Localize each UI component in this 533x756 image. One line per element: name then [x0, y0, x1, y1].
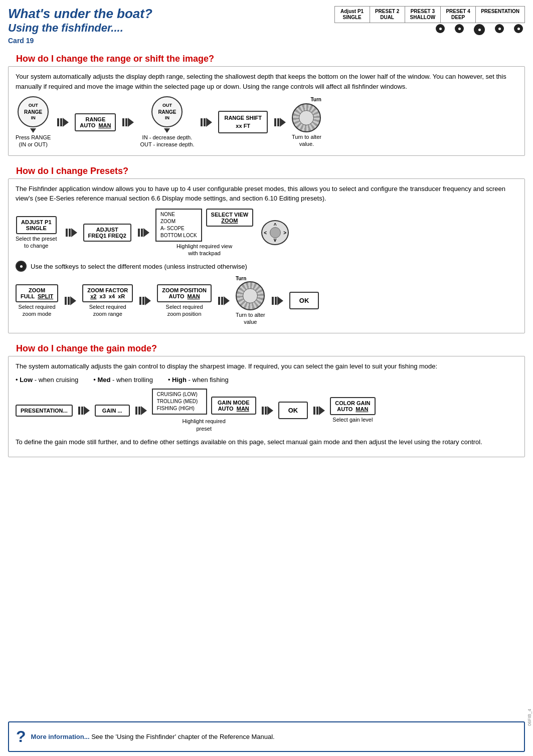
section2-body: The Fishfinder application window allows… — [16, 184, 517, 204]
gain-label: GAIN ... — [100, 408, 125, 414]
color-gain-line2: AUTO MAN — [335, 406, 370, 412]
arrow4 — [274, 118, 286, 127]
dot-5 — [514, 24, 523, 33]
bullet-3: • High - when fishing — [168, 376, 229, 384]
section3-title: How do I change the gain mode? — [16, 339, 517, 356]
range-box-label: RANGE — [80, 116, 111, 122]
zoom-pos-block: ZOOM POSITION AUTO MAN Select requiredzo… — [157, 284, 212, 318]
zoom-position-box: ZOOM POSITION AUTO MAN — [157, 284, 212, 302]
arrow1 — [57, 118, 69, 127]
dot-2 — [455, 24, 464, 33]
ok-block: OK — [289, 292, 319, 309]
zoom-line1: ZOOM — [21, 287, 53, 293]
view-menu: NONE ZOOM A- SCOPE BOTTOM LOCK — [155, 209, 202, 242]
preset-label-4a: PRESET 4 — [446, 9, 470, 15]
arrow5 — [65, 228, 77, 237]
gain-mode-line1: GAIN MODE — [216, 400, 251, 406]
softkey-label: Use the softkeys to select the different… — [31, 263, 247, 270]
section2-infobox: The Fishfinder application window allows… — [8, 178, 525, 333]
step5-block: Turn Turn to altervalue. — [292, 97, 321, 148]
select-view-box: SELECT VIEW ZOOM — [206, 209, 254, 227]
zoom-box: ZOOM FULL SPLIT — [16, 284, 58, 302]
turn-label: Turn — [292, 97, 321, 102]
range-knob-2: OUT RANGE IN — [151, 96, 183, 127]
gain-menu-block: CRUISING (LOW) TROLLING (MED) FISHING (H… — [152, 389, 256, 432]
range-label2: RANGE — [158, 109, 176, 115]
preset-presentation[interactable]: PRESENTATION — [476, 7, 524, 23]
zoom-pos-line2: AUTO MAN — [162, 293, 207, 299]
gain-menu-area: CRUISING (LOW) TROLLING (MED) FISHING (H… — [152, 389, 256, 415]
preset-adjust-p1[interactable]: Adjust P1 SINGLE — [335, 7, 370, 23]
tp-down: v — [274, 237, 277, 243]
color-gain-caption: Select gain level — [332, 416, 373, 423]
step1-caption: Press RANGE(IN or OUT) — [16, 134, 51, 148]
menu-ascope: A- SCOPE — [160, 225, 197, 232]
select-view-line2: ZOOM — [211, 218, 249, 224]
presentation-box: PRESENTATION... — [16, 405, 73, 417]
dot-4 — [495, 24, 504, 33]
ok-box2[interactable]: OK — [278, 402, 308, 419]
bullet-2: • Med - when trolling — [93, 376, 153, 384]
step2-block: RANGE AUTO MAN — [75, 113, 116, 131]
arrow3 — [200, 118, 212, 127]
preset-2[interactable]: PRESET 2 DUAL — [370, 7, 405, 23]
header-title-sub: Using the fishfinder.... — [8, 22, 322, 35]
preset-dots-row — [434, 23, 525, 36]
range-label: RANGE — [24, 109, 42, 115]
preset-label-2a: PRESET 2 — [375, 9, 400, 15]
zoom-factor-line2: x2 x3 x4 xR — [87, 293, 128, 299]
preset-3[interactable]: PRESET 3 SHALLOW — [405, 7, 441, 23]
page-id: 06FIB_4 — [527, 709, 532, 726]
header-title-main: What's under the boat? — [8, 6, 322, 22]
adj-p1-block: ADJUST P1 SINGLE Select the presetto cha… — [16, 216, 57, 250]
zoom-block: ZOOM FULL SPLIT Select requiredzoom mode — [16, 284, 58, 318]
rotary-dial2 — [236, 281, 265, 310]
zoom-line2: FULL SPLIT — [21, 293, 53, 299]
bullet-1: • Low - when cruising — [16, 376, 78, 384]
section2-container: How do I change Presets? The Fishfinder … — [8, 162, 525, 333]
section3-footer-text: To define the gain mode still further, a… — [16, 437, 517, 447]
bullet-3-bold: High — [172, 376, 187, 384]
arrow9 — [218, 296, 230, 305]
gain-box: GAIN ... — [95, 405, 130, 417]
zoom-factor-box: ZOOM FACTOR x2 x3 x4 xR — [82, 284, 133, 302]
zoom-pos-caption: Select requiredzoom position — [166, 303, 203, 318]
footer-more-label: More information... — [31, 733, 90, 740]
preset-label-4b: DEEP — [446, 15, 470, 21]
knob-down-arrow2 — [164, 128, 170, 133]
gain-menu-high: FISHING (HIGH) — [157, 405, 202, 412]
trackpad[interactable]: ^ v < > — [261, 220, 289, 245]
spacer — [0, 460, 533, 716]
gain-menu: CRUISING (LOW) TROLLING (MED) FISHING (H… — [152, 389, 207, 415]
ok-block2: OK — [278, 402, 308, 419]
preset-label-1a: Adjust P1 — [340, 9, 365, 15]
rotary-inner2 — [243, 288, 258, 303]
step3-block: OUT RANGE IN IN - decrease depth.OUT - i… — [140, 96, 194, 148]
bullet-2-text: - when trolling — [110, 376, 153, 384]
preset-4[interactable]: PRESET 4 DEEP — [441, 7, 476, 23]
range-shift-box: RANGE SHIFT xx FT — [218, 111, 268, 133]
zoom-pos-line1: ZOOM POSITION — [162, 287, 207, 293]
preset-label-2b: DUAL — [375, 15, 400, 21]
range-out-label: OUT — [29, 103, 38, 109]
ok-label2: OK — [288, 407, 298, 414]
zoom-factor-block: ZOOM FACTOR x2 x3 x4 xR Select requiredz… — [82, 284, 133, 318]
range-knob: OUT RANGE IN — [18, 96, 49, 127]
color-gain-line1: COLOR GAIN — [335, 400, 370, 406]
gain-menu-med: TROLLING (MED) — [157, 398, 202, 405]
menu-block: NONE ZOOM A- SCOPE BOTTOM LOCK SELECT VI… — [155, 209, 253, 257]
range-shift-label: RANGE SHIFT — [224, 114, 262, 122]
bullet-1-text: - when cruising — [33, 376, 78, 384]
dot-3 — [474, 24, 485, 35]
footer-text: More information... See the 'Using the F… — [31, 733, 275, 740]
ok-label: OK — [299, 297, 309, 304]
menu-caption: Highlight required viewwith trackpad — [176, 243, 232, 257]
gain-menu-low: CRUISING (LOW) — [157, 391, 202, 398]
presentation-label: PRESENTATION... — [21, 408, 68, 414]
softkey-btn[interactable] — [16, 261, 27, 272]
section1-title: How do I change the range or shift the i… — [16, 50, 517, 66]
section3-body: The system automatically adjusts the gai… — [16, 361, 517, 371]
gain-diagram: PRESENTATION... GAIN ... — [16, 389, 517, 432]
ok-box[interactable]: OK — [289, 292, 319, 309]
rotary-dial — [292, 103, 321, 132]
